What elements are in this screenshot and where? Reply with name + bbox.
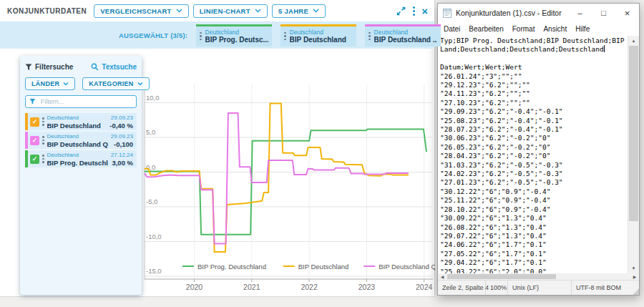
menu-item-datei[interactable]: Datei bbox=[439, 25, 464, 33]
chevron-down-icon bbox=[176, 9, 182, 13]
minimize-button[interactable]: – bbox=[568, 4, 592, 22]
legend-label: BIP Deutschland QTQ bbox=[379, 263, 435, 271]
chip-labels: DeutschlandBIP Deutschland bbox=[290, 29, 346, 44]
vertical-scrollbar[interactable]: ▲ ▼ bbox=[628, 36, 639, 273]
chip-country: Deutschland bbox=[205, 29, 269, 36]
item-name: BIP Deutschland QTQ bbox=[47, 140, 108, 148]
metric-chip[interactable]: DeutschlandBIP Deutschland bbox=[280, 24, 356, 47]
scroll-down-icon[interactable]: ▼ bbox=[628, 263, 639, 273]
chart-mode-dropdown[interactable]: VERGLEICHSCHART bbox=[94, 4, 189, 18]
metric-list-item[interactable]: ✓DeutschlandBIP Deutschland29.09.23-0,40… bbox=[25, 113, 137, 130]
csv-line: "25.08.23";"6.2";"-0.4";"-0.1" bbox=[440, 117, 628, 125]
chip-name: BIP Deutschland bbox=[290, 36, 346, 44]
horizontal-scrollbar[interactable]: ◀ ▶ bbox=[438, 273, 639, 280]
metric-list-item[interactable]: ✓DeutschlandBIP Prog. Deutschland27.12.2… bbox=[25, 150, 137, 167]
text-editing-area[interactable]: Typ;BIP Prog. Deutschland;BIP Deutschlan… bbox=[438, 36, 628, 273]
csv-line: "26.01.24";"3";"";"" bbox=[440, 72, 628, 81]
chip-labels: DeutschlandBIP Prog. Deutsc... bbox=[205, 29, 269, 44]
horizontal-scroll-thumb[interactable] bbox=[447, 274, 556, 279]
scroll-right-icon[interactable]: ▶ bbox=[630, 273, 639, 280]
vertical-scroll-thumb[interactable] bbox=[629, 46, 638, 221]
checkbox-checked-icon[interactable]: ✓ bbox=[30, 155, 39, 164]
legend-label: BIP Prog. Deutschland bbox=[197, 263, 266, 271]
chip-name: BIP Deutschland ... bbox=[374, 36, 438, 44]
kebab-icon[interactable] bbox=[42, 136, 44, 145]
y-tick-label: -10,0 bbox=[146, 233, 162, 240]
metric-list: ✓DeutschlandBIP Deutschland29.09.23-0,40… bbox=[25, 113, 137, 167]
x-tick-label: 2020 bbox=[186, 283, 203, 291]
close-icon[interactable]: × bbox=[421, 6, 428, 16]
kebab-icon[interactable] bbox=[200, 32, 202, 41]
statusbar: Zeile 2, Spalte 4 100% Unix (LF) UTF-8 m… bbox=[438, 280, 639, 295]
menu-item-bearbeiten[interactable]: Bearbeiten bbox=[464, 25, 507, 33]
window-controls: – □ × bbox=[568, 4, 639, 22]
maximize-button[interactable]: □ bbox=[592, 4, 615, 22]
desktop: 10,05,00,0-5,0-10,0-15,02020202120222023… bbox=[0, 0, 644, 307]
editor-body: Typ;BIP Prog. Deutschland;BIP Deutschlan… bbox=[438, 36, 639, 273]
item-value: 3,00 % bbox=[111, 159, 133, 167]
menu-item-ansicht[interactable]: Ansicht bbox=[539, 25, 571, 33]
menu-item-format[interactable]: Format bbox=[508, 25, 540, 33]
csv-line: "28.04.23";"6.2";"-0.2";"0" bbox=[440, 152, 628, 160]
x-tick-label: 2023 bbox=[358, 283, 376, 291]
csv-line: "28.07.23";"6.2";"-0.4";"-0.1" bbox=[440, 125, 628, 134]
csv-line: "25.11.22";"6";"0.9";"-0.4" bbox=[440, 196, 628, 205]
checkbox-checked-icon[interactable]: ✓ bbox=[30, 117, 39, 127]
kebab-icon[interactable] bbox=[284, 32, 286, 41]
csv-line: "24.02.23";"6.2";"-0.5";"-0.3" bbox=[440, 170, 628, 178]
filter-panel: Filtersuche Textsuche LÄNDER KATEGORIEN bbox=[20, 56, 142, 295]
kebab-icon[interactable] bbox=[369, 32, 371, 41]
categories-dropdown[interactable]: KATEGORIEN bbox=[82, 77, 149, 90]
chart-type-dropdown[interactable]: LINIEN-CHART bbox=[193, 4, 268, 18]
toolbar-icons: × bbox=[396, 6, 428, 16]
x-tick-label: 2021 bbox=[243, 283, 260, 291]
y-tick-label: -5,0 bbox=[146, 198, 157, 205]
funnel-icon bbox=[25, 64, 32, 71]
close-button[interactable]: × bbox=[615, 4, 639, 22]
search-icon bbox=[91, 63, 99, 71]
metric-list-item[interactable]: ✓DeutschlandBIP Deutschland QTQ29.09.23-… bbox=[25, 132, 137, 149]
item-value: -0,40 % bbox=[109, 122, 133, 130]
kebab-icon[interactable] bbox=[42, 117, 44, 126]
item-date: 27.12.24 bbox=[111, 152, 133, 159]
filter-buttons-row: LÄNDER KATEGORIEN bbox=[25, 77, 137, 90]
item-date: 29.09.23 bbox=[111, 133, 133, 140]
more-options-icon[interactable] bbox=[413, 6, 415, 16]
series-line-bip-prog-deutschland bbox=[145, 129, 426, 234]
konjunkturdaten-app: 10,05,00,0-5,0-10,0-15,02020202120222023… bbox=[0, 0, 435, 297]
kebab-icon[interactable] bbox=[42, 155, 44, 163]
chip-name: BIP Prog. Deutsc... bbox=[205, 36, 269, 44]
tab-textsuche[interactable]: Textsuche bbox=[91, 63, 137, 71]
csv-line: Typ;BIP Prog. Deutschland;BIP Deutschlan… bbox=[440, 36, 628, 45]
metric-chip[interactable]: DeutschlandBIP Deutschland ... bbox=[365, 24, 441, 47]
resize-grip-icon[interactable] bbox=[633, 288, 639, 295]
titlebar[interactable]: Konjunkturdaten (1).csv - Editor – □ × bbox=[438, 4, 639, 22]
filter-input[interactable] bbox=[39, 97, 132, 106]
expand-icon[interactable] bbox=[396, 6, 406, 16]
item-country: Deutschland bbox=[47, 114, 107, 122]
csv-line: "30.09.22";"6";"1.3";"0.4" bbox=[440, 214, 628, 223]
y-tick-label: 0,0 bbox=[146, 163, 155, 171]
csv-line: "27.05.22";"6";"1.7";"0.1" bbox=[440, 250, 628, 258]
csv-line: "27.01.23";"6.2";"-0.5";"-0.3" bbox=[440, 178, 628, 187]
y-tick-label: 5,0 bbox=[146, 128, 155, 136]
scroll-up-icon[interactable]: ▲ bbox=[628, 36, 639, 46]
csv-line: "26.05.23";"6.2";"-0.2";"0" bbox=[440, 143, 628, 152]
selected-count-label: AUSGEWÄHLT (3/5): bbox=[119, 31, 187, 39]
countries-dropdown[interactable]: LÄNDER bbox=[25, 77, 75, 90]
time-range-dropdown[interactable]: 5 JAHRE bbox=[272, 4, 326, 18]
csv-line: "29.09.23";"6.2";"-0.4";"-0.1" bbox=[440, 107, 628, 116]
series-line-bip-deutschland-qtq bbox=[145, 113, 408, 243]
tab-filtersuche[interactable]: Filtersuche bbox=[25, 63, 73, 71]
status-line-ending: Unix (LF) bbox=[508, 281, 572, 295]
y-tick-label: 10,0 bbox=[146, 94, 160, 102]
status-cursor-position: Zeile 2, Spalte 4 bbox=[438, 281, 486, 295]
status-zoom-level: 100% bbox=[486, 281, 508, 295]
checkbox-checked-icon[interactable]: ✓ bbox=[30, 136, 39, 145]
item-name: BIP Prog. Deutschland bbox=[47, 159, 108, 167]
menu-item-hilfe[interactable]: Hilfe bbox=[571, 25, 594, 33]
status-encoding: UTF-8 mit BOM bbox=[572, 281, 639, 295]
scroll-left-icon[interactable]: ◀ bbox=[438, 273, 447, 280]
metric-chip[interactable]: DeutschlandBIP Prog. Deutsc... bbox=[196, 24, 272, 47]
app-title: KONJUNKTURDATEN bbox=[7, 7, 87, 15]
